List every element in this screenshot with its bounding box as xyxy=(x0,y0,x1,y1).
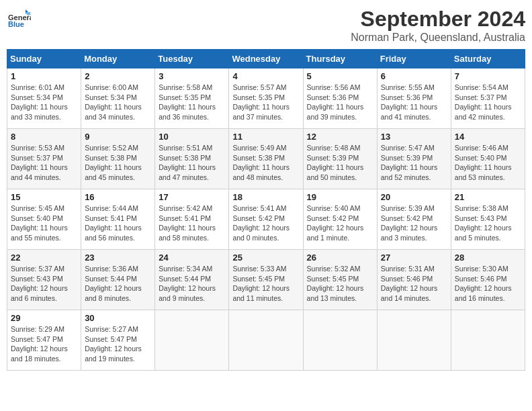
day-info: Sunrise: 5:29 AMSunset: 5:47 PMDaylight:… xyxy=(11,324,77,364)
day-number: 16 xyxy=(85,192,151,202)
table-row: 8Sunrise: 5:53 AMSunset: 5:37 PMDaylight… xyxy=(7,129,81,189)
day-info: Sunrise: 6:01 AMSunset: 5:34 PMDaylight:… xyxy=(11,83,77,122)
day-number: 21 xyxy=(455,192,521,202)
table-row: 17Sunrise: 5:42 AMSunset: 5:41 PMDayligh… xyxy=(155,189,229,250)
table-row: 5Sunrise: 5:56 AMSunset: 5:36 PMDaylight… xyxy=(303,68,377,129)
table-row: 6Sunrise: 5:55 AMSunset: 5:36 PMDaylight… xyxy=(377,68,451,129)
day-info: Sunrise: 5:37 AMSunset: 5:43 PMDaylight:… xyxy=(11,264,77,304)
day-info: Sunrise: 5:34 AMSunset: 5:44 PMDaylight:… xyxy=(159,264,225,304)
table-row: 11Sunrise: 5:49 AMSunset: 5:38 PMDayligh… xyxy=(229,129,303,189)
col-friday: Friday xyxy=(377,50,451,68)
table-row: 21Sunrise: 5:38 AMSunset: 5:43 PMDayligh… xyxy=(451,189,525,250)
day-info: Sunrise: 5:58 AMSunset: 5:35 PMDaylight:… xyxy=(159,83,225,122)
table-row: 20Sunrise: 5:39 AMSunset: 5:42 PMDayligh… xyxy=(377,189,451,250)
table-row: 26Sunrise: 5:32 AMSunset: 5:45 PMDayligh… xyxy=(303,250,377,310)
col-wednesday: Wednesday xyxy=(229,50,303,68)
day-info: Sunrise: 5:55 AMSunset: 5:36 PMDaylight:… xyxy=(381,83,447,122)
day-info: Sunrise: 5:31 AMSunset: 5:46 PMDaylight:… xyxy=(381,264,447,304)
day-number: 7 xyxy=(455,71,521,81)
day-number: 17 xyxy=(159,192,225,202)
day-info: Sunrise: 5:33 AMSunset: 5:45 PMDaylight:… xyxy=(232,264,299,304)
calendar-week-row: 22Sunrise: 5:37 AMSunset: 5:43 PMDayligh… xyxy=(7,250,525,310)
table-row: 2Sunrise: 6:00 AMSunset: 5:34 PMDaylight… xyxy=(81,68,155,129)
day-info: Sunrise: 5:39 AMSunset: 5:42 PMDaylight:… xyxy=(381,203,447,243)
day-info: Sunrise: 5:49 AMSunset: 5:38 PMDaylight:… xyxy=(232,143,299,183)
calendar-header-row: Sunday Monday Tuesday Wednesday Thursday… xyxy=(7,50,525,68)
table-row: 28Sunrise: 5:30 AMSunset: 5:46 PMDayligh… xyxy=(451,250,525,310)
day-info: Sunrise: 5:47 AMSunset: 5:39 PMDaylight:… xyxy=(381,143,447,183)
day-number: 2 xyxy=(85,71,151,81)
day-number: 28 xyxy=(455,253,521,263)
day-number: 6 xyxy=(381,71,447,81)
calendar-week-row: 1Sunrise: 6:01 AMSunset: 5:34 PMDaylight… xyxy=(7,68,525,129)
table-row: 13Sunrise: 5:47 AMSunset: 5:39 PMDayligh… xyxy=(377,129,451,189)
table-row: 7Sunrise: 5:54 AMSunset: 5:37 PMDaylight… xyxy=(451,68,525,129)
day-number: 18 xyxy=(232,192,299,202)
day-number: 26 xyxy=(307,253,373,263)
table-row: 3Sunrise: 5:58 AMSunset: 5:35 PMDaylight… xyxy=(155,68,229,129)
day-number: 10 xyxy=(159,132,225,142)
day-number: 3 xyxy=(159,71,225,81)
table-row: 18Sunrise: 5:41 AMSunset: 5:42 PMDayligh… xyxy=(229,189,303,250)
calendar-table: Sunday Monday Tuesday Wednesday Thursday… xyxy=(7,49,525,371)
page-title: September 2024 xyxy=(351,7,525,32)
calendar-week-row: 15Sunrise: 5:45 AMSunset: 5:40 PMDayligh… xyxy=(7,189,525,250)
col-tuesday: Tuesday xyxy=(155,50,229,68)
day-info: Sunrise: 5:36 AMSunset: 5:44 PMDaylight:… xyxy=(85,264,151,304)
day-number: 30 xyxy=(85,313,151,323)
table-row xyxy=(303,310,377,371)
day-info: Sunrise: 5:44 AMSunset: 5:41 PMDaylight:… xyxy=(85,203,151,243)
day-number: 9 xyxy=(85,132,151,142)
table-row xyxy=(155,310,229,371)
day-number: 11 xyxy=(232,132,299,142)
table-row xyxy=(229,310,303,371)
table-row: 14Sunrise: 5:46 AMSunset: 5:40 PMDayligh… xyxy=(451,129,525,189)
table-row: 12Sunrise: 5:48 AMSunset: 5:39 PMDayligh… xyxy=(303,129,377,189)
table-row: 25Sunrise: 5:33 AMSunset: 5:45 PMDayligh… xyxy=(229,250,303,310)
table-row: 9Sunrise: 5:52 AMSunset: 5:38 PMDaylight… xyxy=(81,129,155,189)
day-info: Sunrise: 5:56 AMSunset: 5:36 PMDaylight:… xyxy=(307,83,373,122)
svg-text:Blue: Blue xyxy=(8,20,24,28)
day-info: Sunrise: 5:53 AMSunset: 5:37 PMDaylight:… xyxy=(11,143,77,183)
table-row: 1Sunrise: 6:01 AMSunset: 5:34 PMDaylight… xyxy=(7,68,81,129)
day-number: 19 xyxy=(307,192,373,202)
table-row: 29Sunrise: 5:29 AMSunset: 5:47 PMDayligh… xyxy=(7,310,81,371)
page-subtitle: Norman Park, Queensland, Australia xyxy=(351,32,525,44)
day-number: 5 xyxy=(307,71,373,81)
day-info: Sunrise: 5:52 AMSunset: 5:38 PMDaylight:… xyxy=(85,143,151,183)
logo: General Blue xyxy=(7,7,31,31)
day-number: 12 xyxy=(307,132,373,142)
day-number: 4 xyxy=(232,71,299,81)
table-row: 23Sunrise: 5:36 AMSunset: 5:44 PMDayligh… xyxy=(81,250,155,310)
table-row xyxy=(377,310,451,371)
table-row: 27Sunrise: 5:31 AMSunset: 5:46 PMDayligh… xyxy=(377,250,451,310)
day-info: Sunrise: 5:42 AMSunset: 5:41 PMDaylight:… xyxy=(159,203,225,243)
table-row: 15Sunrise: 5:45 AMSunset: 5:40 PMDayligh… xyxy=(7,189,81,250)
day-info: Sunrise: 5:45 AMSunset: 5:40 PMDaylight:… xyxy=(11,203,77,243)
calendar-week-row: 29Sunrise: 5:29 AMSunset: 5:47 PMDayligh… xyxy=(7,310,525,371)
day-info: Sunrise: 5:40 AMSunset: 5:42 PMDaylight:… xyxy=(307,203,373,243)
col-sunday: Sunday xyxy=(7,50,81,68)
day-number: 8 xyxy=(11,132,77,142)
day-number: 25 xyxy=(232,253,299,263)
day-number: 27 xyxy=(381,253,447,263)
day-number: 29 xyxy=(11,313,77,323)
col-thursday: Thursday xyxy=(303,50,377,68)
col-monday: Monday xyxy=(81,50,155,68)
day-info: Sunrise: 5:30 AMSunset: 5:46 PMDaylight:… xyxy=(455,264,521,304)
day-info: Sunrise: 6:00 AMSunset: 5:34 PMDaylight:… xyxy=(85,83,151,122)
day-info: Sunrise: 5:46 AMSunset: 5:40 PMDaylight:… xyxy=(455,143,521,183)
day-info: Sunrise: 5:51 AMSunset: 5:38 PMDaylight:… xyxy=(159,143,225,183)
day-info: Sunrise: 5:32 AMSunset: 5:45 PMDaylight:… xyxy=(307,264,373,304)
day-info: Sunrise: 5:54 AMSunset: 5:37 PMDaylight:… xyxy=(455,83,521,122)
day-info: Sunrise: 5:41 AMSunset: 5:42 PMDaylight:… xyxy=(232,203,299,243)
table-row: 19Sunrise: 5:40 AMSunset: 5:42 PMDayligh… xyxy=(303,189,377,250)
table-row: 4Sunrise: 5:57 AMSunset: 5:35 PMDaylight… xyxy=(229,68,303,129)
day-number: 15 xyxy=(11,192,77,202)
page-header: General Blue September 2024 Norman Park,… xyxy=(7,7,525,44)
table-row: 30Sunrise: 5:27 AMSunset: 5:47 PMDayligh… xyxy=(81,310,155,371)
day-info: Sunrise: 5:38 AMSunset: 5:43 PMDaylight:… xyxy=(455,203,521,243)
day-number: 23 xyxy=(85,253,151,263)
day-info: Sunrise: 5:48 AMSunset: 5:39 PMDaylight:… xyxy=(307,143,373,183)
title-block: September 2024 Norman Park, Queensland, … xyxy=(351,7,525,44)
